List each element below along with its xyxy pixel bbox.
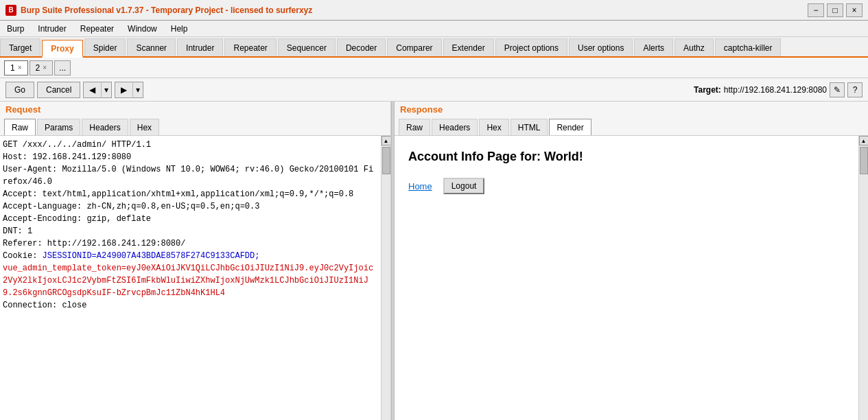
tab-alerts[interactable]: Alerts: [634, 38, 673, 56]
response-tab-render[interactable]: Render: [549, 119, 591, 135]
menu-bar: Burp Intruder Repeater Window Help: [0, 21, 868, 37]
request-panel: Request Raw Params Headers Hex GET /xxx/…: [0, 102, 391, 420]
menu-intruder[interactable]: Intruder: [34, 23, 70, 35]
title-bar: B Burp Suite Professional v1.7.37 - Temp…: [0, 0, 868, 21]
home-link[interactable]: Home: [408, 181, 432, 191]
forward-nav-group: ▶ ▾: [115, 82, 143, 98]
request-content[interactable]: GET /xxx/../../admin/ HTTP/1.1 Host: 192…: [0, 136, 381, 420]
target-label: Target:: [694, 85, 721, 95]
req-line-1: GET /xxx/../../admin/ HTTP/1.1: [3, 139, 378, 151]
request-scroll-wrapper: GET /xxx/../../admin/ HTTP/1.1 Host: 192…: [0, 136, 390, 420]
response-content[interactable]: Account Info Page for: World! Home Logou…: [395, 136, 858, 420]
go-button[interactable]: Go: [5, 82, 34, 98]
response-scrollbar[interactable]: ▲: [858, 136, 868, 420]
cancel-button[interactable]: Cancel: [37, 82, 80, 98]
tab-target[interactable]: Target: [0, 38, 40, 56]
tab-project-options[interactable]: Project options: [495, 38, 567, 56]
minimize-button[interactable]: −: [808, 3, 824, 17]
req-line-9: Cookie: JSESSIONID=A249007A43BDAE8578F27…: [3, 250, 378, 262]
tab-comparer[interactable]: Comparer: [387, 38, 441, 56]
menu-burp[interactable]: Burp: [3, 23, 28, 35]
menu-repeater[interactable]: Repeater: [76, 23, 118, 35]
req-line-3: User-Agent: Mozilla/5.0 (Windows NT 10.0…: [3, 163, 378, 188]
sub-tab-1-label: 1: [10, 63, 15, 73]
request-tab-hex[interactable]: Hex: [130, 119, 159, 135]
response-tab-headers[interactable]: Headers: [432, 119, 478, 135]
response-scroll-thumb[interactable]: [860, 147, 868, 174]
toolbar: Go Cancel ◀ ▾ ▶ ▾ Target: http://192.168…: [0, 78, 868, 102]
cookie-jsessionid: JSESSIONID=A249007A43BDAE8578F274C9133CA…: [43, 251, 260, 261]
response-heading: Account Info Page for: World!: [408, 150, 845, 164]
back-nav-group: ◀ ▾: [83, 82, 112, 98]
title-bar-text: Burp Suite Professional v1.7.37 - Tempor…: [21, 5, 312, 15]
back-button[interactable]: ◀: [83, 82, 101, 98]
tab-proxy[interactable]: Proxy: [42, 40, 82, 58]
response-tab-html[interactable]: HTML: [511, 119, 548, 135]
scroll-up-arrow[interactable]: ▲: [382, 136, 391, 145]
request-tab-headers[interactable]: Headers: [82, 119, 128, 135]
target-help-button[interactable]: ?: [847, 82, 863, 97]
response-nav: Home Logout: [408, 178, 845, 194]
app-icon: B: [5, 5, 16, 16]
response-scroll-up-arrow[interactable]: ▲: [859, 136, 869, 145]
forward-button[interactable]: ▶: [115, 82, 132, 98]
sub-tab-1[interactable]: 1 ×: [4, 60, 28, 75]
sub-tab-1-close[interactable]: ×: [18, 64, 22, 71]
menu-help[interactable]: Help: [167, 23, 192, 35]
response-panel: Response Raw Headers Hex HTML Render Acc…: [395, 102, 868, 420]
response-tab-bar: Raw Headers Hex HTML Render: [395, 117, 868, 136]
request-tab-raw[interactable]: Raw: [4, 119, 36, 135]
scroll-thumb[interactable]: [382, 147, 390, 174]
main-content: Request Raw Params Headers Hex GET /xxx/…: [0, 102, 868, 420]
request-scrollbar[interactable]: ▲: [381, 136, 390, 420]
request-header: Request: [0, 102, 390, 117]
req-line-6: Accept-Encoding: gzip, deflate: [3, 213, 378, 225]
req-line-2: Host: 192.168.241.129:8080: [3, 151, 378, 163]
sub-tab-bar: 1 × 2 × ...: [0, 58, 868, 78]
main-tab-bar: Target Proxy Spider Scanner Intruder Rep…: [0, 37, 868, 58]
tab-sequencer[interactable]: Sequencer: [278, 38, 336, 56]
req-line-8: Referer: http://192.168.241.129:8080/: [3, 237, 378, 250]
sub-tab-2-close[interactable]: ×: [43, 64, 47, 71]
tab-spider[interactable]: Spider: [84, 38, 126, 56]
sub-tab-more[interactable]: ...: [54, 60, 71, 75]
back-dropdown-button[interactable]: ▾: [101, 82, 112, 98]
response-rendered: Account Info Page for: World! Home Logou…: [397, 139, 856, 205]
tab-repeater[interactable]: Repeater: [224, 38, 276, 56]
response-header: Response: [395, 102, 868, 117]
request-tab-bar: Raw Params Headers Hex: [0, 117, 390, 136]
tab-decoder[interactable]: Decoder: [337, 38, 386, 56]
request-tab-params[interactable]: Params: [37, 119, 80, 135]
license-text: licensed to surferxyz: [231, 5, 312, 15]
req-line-token: vue_admin_template_token=eyJ0eXAiOiJKV1Q…: [3, 262, 378, 299]
sub-tab-2-label: 2: [36, 63, 40, 73]
logout-button[interactable]: Logout: [443, 178, 485, 194]
tab-user-options[interactable]: User options: [569, 38, 633, 56]
target-edit-button[interactable]: ✎: [830, 82, 845, 97]
req-line-10: Connection: close: [3, 299, 378, 312]
sub-tab-2[interactable]: 2 ×: [30, 60, 54, 75]
tab-authz[interactable]: Authz: [675, 38, 714, 56]
tab-intruder[interactable]: Intruder: [177, 38, 223, 56]
req-line-7: DNT: 1: [3, 225, 378, 237]
target-url: http://192.168.241.129:8080: [724, 85, 827, 95]
title-bar-left: B Burp Suite Professional v1.7.37 - Temp…: [5, 5, 312, 16]
menu-window[interactable]: Window: [124, 23, 161, 35]
req-line-5: Accept-Language: zh-CN,zh;q=0.8,en-US;q=…: [3, 200, 378, 213]
req-line-4: Accept: text/html,application/xhtml+xml,…: [3, 188, 378, 200]
close-button[interactable]: ×: [846, 3, 863, 17]
title-bar-controls: − □ ×: [808, 3, 863, 17]
maximize-button[interactable]: □: [827, 3, 843, 17]
response-scroll-wrapper: Account Info Page for: World! Home Logou…: [395, 136, 868, 420]
response-tab-raw[interactable]: Raw: [399, 119, 430, 135]
tab-scanner[interactable]: Scanner: [127, 38, 176, 56]
forward-dropdown-button[interactable]: ▾: [132, 82, 143, 98]
tab-extender[interactable]: Extender: [443, 38, 494, 56]
target-info: Target: http://192.168.241.129:8080 ✎ ?: [694, 82, 863, 97]
app-name: Burp Suite Professional v1.7.37 - Tempor…: [21, 5, 231, 15]
tab-captcha-killer[interactable]: captcha-killer: [715, 38, 782, 56]
response-tab-hex[interactable]: Hex: [479, 119, 508, 135]
